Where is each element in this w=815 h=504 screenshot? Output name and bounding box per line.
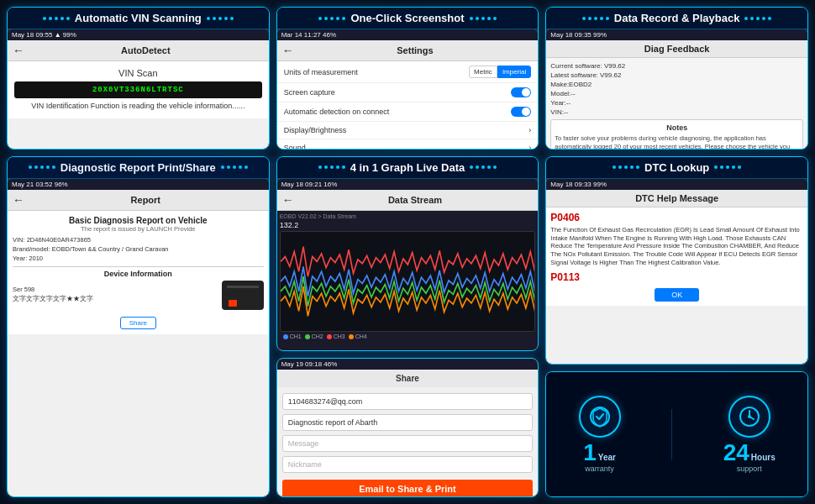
- vin-title-bar: Automatic VIN Scanning: [8, 8, 269, 29]
- settings-sound[interactable]: Sound ›: [277, 139, 539, 149]
- warranty-section: 1 Year warranty: [546, 372, 807, 496]
- report-main-title: Basic Diagnosis Report on Vehicle: [13, 216, 264, 225]
- current-software: Current software: V99.62: [550, 62, 803, 70]
- back-icon2[interactable]: ←: [282, 44, 294, 57]
- share-subject-input[interactable]: [282, 414, 534, 431]
- dtc-body: P0406 The Function Of Exhaust Gas Recirc…: [546, 207, 807, 306]
- warranty-year-label: Year: [598, 453, 616, 462]
- metric-imperial-toggle[interactable]: Metric Imperial: [469, 66, 531, 78]
- legend-red: CH3: [327, 333, 345, 339]
- screenshot-card-title: One-Click Screenshot: [350, 12, 464, 24]
- back-icon4[interactable]: ←: [13, 193, 24, 207]
- diag-title-bar: Data Record & Playback: [546, 8, 807, 29]
- display-label: Display/Brightness: [284, 126, 347, 134]
- dtc-content-area: May 18 09:33 99% DTC Help Message P0406 …: [546, 179, 807, 364]
- share-button[interactable]: Share: [120, 317, 156, 329]
- graph-card: 4 in 1 Graph Live Data May 18 09:21 16% …: [276, 156, 539, 351]
- share-btn-row: Share: [13, 313, 264, 329]
- warranty-year-number: 1: [583, 441, 597, 465]
- report-phone-header: ← Report: [8, 190, 269, 211]
- dtc-ok-button[interactable]: OK: [655, 288, 699, 302]
- dtc-title-bar: DTC Lookup: [546, 157, 807, 179]
- vin-content: May 18 09:55 ▲ 99% ← AutoDetect VIN Scan…: [8, 29, 269, 149]
- dtc-card-title: DTC Lookup: [644, 161, 709, 174]
- graph-card-title: 4 in 1 Graph Live Data: [350, 161, 465, 174]
- dots-left6: [613, 165, 639, 169]
- dots-left4: [29, 165, 55, 169]
- make-row: Make:EOBD2: [550, 81, 803, 88]
- share-email-input[interactable]: [282, 393, 534, 410]
- share-card: May 19 09:18 46% Share Email to Share & …: [276, 358, 539, 497]
- device-info-title: Device Information: [13, 266, 264, 278]
- graph-chart-area: [280, 231, 536, 332]
- dots-right2: [470, 17, 497, 20]
- dots-right3: [744, 17, 771, 20]
- capture-toggle[interactable]: [511, 87, 531, 97]
- warranty-year-icon: [579, 396, 621, 438]
- shield-check-icon: [588, 405, 612, 428]
- year-label-row: 1 Year: [583, 441, 616, 465]
- dtc-phone-header: DTC Help Message: [546, 190, 807, 207]
- share-message-input[interactable]: [282, 435, 534, 452]
- vin-status-bar: May 18 09:55 ▲ 99%: [8, 29, 269, 40]
- graph-phone-header: ← Data Stream: [277, 190, 539, 211]
- legend-orange: CH4: [349, 333, 367, 339]
- auto-detect-toggle[interactable]: [511, 107, 531, 117]
- back-icon5[interactable]: ←: [282, 193, 294, 207]
- vin-phone-header: ← AutoDetect: [8, 40, 269, 61]
- email-share-button[interactable]: Email to Share & Print: [282, 480, 534, 496]
- warranty-hours-label: Hours: [751, 453, 776, 462]
- vin-scanning-card: Automatic VIN Scanning May 18 09:55 ▲ 99…: [7, 7, 270, 150]
- capture-label: Screen capture: [284, 88, 335, 97]
- dtc-phone-screen: May 18 09:33 99% DTC Help Message P0406 …: [546, 179, 807, 364]
- model-row: Model:--: [550, 90, 803, 97]
- graph-sub-header: EOBD V22.02 > Data Stream: [280, 213, 536, 219]
- graph-content: May 18 09:21 16% ← Data Stream EOBD V22.…: [277, 179, 539, 350]
- vin-card-title: Automatic VIN Scanning: [75, 12, 202, 24]
- dots-right6: [714, 165, 741, 169]
- report-body: Basic Diagnosis Report on Vehicle The re…: [8, 211, 269, 334]
- right-bottom-col: DTC Lookup May 18 09:33 99% DTC Help Mes…: [545, 156, 808, 497]
- metric-btn[interactable]: Metric: [469, 66, 497, 78]
- share-nickname-input[interactable]: [282, 456, 534, 473]
- diag-phone-screen: May 18 09:35 99% Diag Feedback Current s…: [546, 29, 807, 149]
- share-header: Share: [277, 370, 539, 387]
- settings-auto-detect: Automatic detection on connect: [277, 102, 539, 122]
- chart-svg: [281, 232, 535, 331]
- sound-label: Sound: [284, 144, 306, 149]
- settings-list: Units of measurement Metric Imperial Scr…: [277, 61, 539, 149]
- warranty-year-item: 1 Year warranty: [579, 396, 621, 473]
- bottom-row: Diagnostic Report Print/Share May 21 03:…: [7, 156, 808, 497]
- warranty-hours-sublabel: support: [737, 465, 762, 473]
- display-arrow: ›: [528, 126, 531, 134]
- screenshot-status-bar: Mar 14 11:27 46%: [277, 29, 539, 40]
- warranty-divider: [671, 409, 672, 459]
- dots-right5: [470, 165, 497, 169]
- report-chinese: 文字文字文字文字★★文字: [13, 295, 218, 303]
- legend-green: CH2: [305, 333, 323, 339]
- settings-display[interactable]: Display/Brightness ›: [277, 122, 539, 139]
- graph-status-bar: May 18 09:21 16%: [277, 179, 539, 190]
- screenshot-title-bar: One-Click Screenshot: [277, 8, 539, 29]
- back-icon[interactable]: ←: [13, 44, 24, 57]
- chart-legend: CH1 CH2 CH3 CH4: [280, 332, 536, 341]
- diag-card-title: Data Record & Playback: [614, 12, 740, 24]
- printer-icon: [222, 281, 264, 310]
- graph-value: 132.2: [280, 221, 536, 229]
- screenshot-phone-screen: Mar 14 11:27 46% ← Settings Units of mea…: [277, 29, 539, 149]
- svg-line-4: [749, 417, 754, 419]
- settings-units: Units of measurement Metric Imperial: [277, 61, 539, 83]
- diag-card: Data Record & Playback May 18 09:35 99% …: [545, 7, 808, 150]
- dots-left2: [318, 17, 345, 20]
- year-row: Year:--: [550, 99, 803, 107]
- report-serial: Ser 598: [13, 286, 218, 293]
- notes-box: Notes To faster solve your problems duri…: [550, 119, 803, 149]
- imperial-btn[interactable]: Imperial: [497, 66, 531, 78]
- report-serial-area: Ser 598 文字文字文字文字★★文字: [13, 286, 218, 305]
- diag-content: May 18 09:35 99% Diag Feedback Current s…: [546, 29, 807, 149]
- auto-detect-label: Automatic detection on connect: [284, 108, 390, 116]
- screenshot-content: Mar 14 11:27 46% ← Settings Units of mea…: [277, 29, 539, 149]
- report-device-row: Ser 598 文字文字文字文字★★文字: [13, 281, 264, 310]
- report-year: Year: 2010: [13, 255, 264, 262]
- notes-text: To faster solve your problems during veh…: [555, 134, 799, 149]
